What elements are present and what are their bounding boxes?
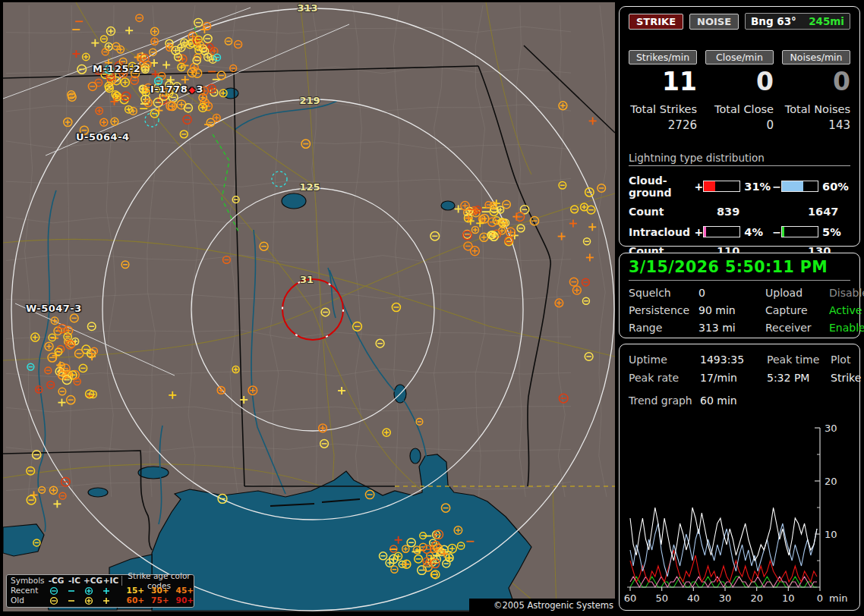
cloud-ground-row: Cloud-ground + 31% − 60% (629, 174, 850, 199)
close-meter: Close/min 0 Total Close 0 (705, 50, 774, 132)
noises-meter: Noises/min 0 Total Noises 143 (782, 50, 850, 132)
svg-text:30: 30 (719, 592, 732, 602)
status-grid: Squelch 0 Upload Disabled Persistence 90… (629, 287, 850, 334)
rate-meters: Strikes/min 11 Total Strikes 2726 Close/… (629, 50, 850, 132)
map-legend: Symbols -CG -IC +CG +IC Strike age color… (6, 574, 194, 608)
age-45: 45+ (169, 586, 194, 596)
noises-per-min-chip: Noises/min (782, 50, 850, 64)
neg-cg-bar (781, 181, 818, 192)
intracloud-label: Intracloud (629, 226, 695, 238)
legend-header-row: Symbols -CG -IC +CG +IC Strike age color… (11, 576, 194, 586)
noise-mode-button[interactable]: NOISE (689, 14, 739, 30)
plus-icon (98, 596, 115, 605)
legend-col-ncg: -CG (47, 576, 65, 586)
svg-text:0: 0 (817, 592, 823, 602)
total-noises-label: Total Noises (782, 103, 850, 115)
total-strikes-label: Total Strikes (629, 103, 697, 115)
pos-cg-count: 839 (717, 206, 808, 218)
lightning-map[interactable]: 31321912531 M-125-2I-1778◆3U-5064-4W-504… (3, 2, 615, 611)
svg-text:313: 313 (297, 2, 317, 14)
peak-time-header: Peak time (767, 354, 831, 366)
svg-text:31: 31 (300, 274, 314, 285)
total-close-value: 0 (705, 118, 774, 132)
plot-header: Plot (831, 354, 861, 366)
plus-sign: + (695, 181, 704, 193)
circle-plus-icon (80, 596, 98, 605)
total-noises-value: 143 (782, 118, 850, 132)
pos-ic-pct: 4% (744, 226, 772, 238)
pos-cg-pct: 31% (744, 181, 772, 193)
legend-symbols-header: Symbols (11, 576, 47, 586)
trend-graph-label: Trend graph (629, 394, 700, 407)
trend-panel: Uptime 1493:35 Peak time Plot Peak rate … (619, 344, 860, 611)
pos-ic-bar (703, 226, 740, 237)
capture-status: Active (829, 304, 864, 316)
legend-old-label: Old (11, 596, 46, 605)
count-label: Count (629, 206, 717, 218)
date-time: 3/15/2026 5:50:11 PM (629, 258, 850, 276)
circle-minus-icon (46, 596, 63, 605)
svg-text:219: 219 (299, 95, 320, 106)
bearing-value: Bng 63° (751, 15, 796, 27)
persistence-value: 90 min (698, 304, 765, 316)
minus-sign: − (772, 226, 781, 238)
age-75: 75+ (144, 596, 169, 605)
stats-panel: STRIKE NOISE Bng 63° 245mi Strikes/min 1… (619, 6, 860, 247)
peak-time-value: 5:32 PM (767, 372, 831, 384)
trend-graph-row: Trend graph 60 min (629, 394, 850, 407)
squelch-value: 0 (698, 287, 765, 299)
minus-icon (63, 586, 80, 596)
legend-col-nic: -IC (65, 576, 84, 586)
uptime-grid: Uptime 1493:35 Peak time Plot Peak rate … (629, 354, 850, 384)
upload-status: Disabled (829, 287, 864, 299)
trend-graph-window: 60 min (700, 394, 737, 407)
bearing-distance: 245mi (809, 15, 844, 27)
plus-icon (98, 586, 115, 596)
neg-ic-bar (781, 226, 818, 237)
divider (629, 280, 850, 281)
minus-icon (63, 596, 80, 605)
distribution-title: Lightning type distribution (629, 152, 850, 166)
range-label: Range (629, 322, 698, 334)
noises-per-min-value: 0 (782, 68, 850, 96)
legend-recent-row: Recent 15+ 30+ 45+ (11, 586, 194, 596)
peak-rate-value: 17/min (700, 372, 767, 384)
svg-text:min: min (829, 592, 848, 602)
uptime-value: 1493:35 (700, 354, 767, 366)
svg-text:20: 20 (750, 592, 763, 602)
bearing-indicator: Bng 63° 245mi (745, 13, 850, 30)
circle-plus-icon (80, 586, 98, 596)
nexstorm-app: { "window": {"copyright": "©2005 Astroge… (0, 0, 864, 616)
receiver-label: Receiver (765, 322, 829, 334)
legend-old-row: Old 60+ 75+ 90+ (11, 596, 194, 605)
persistence-label: Persistence (629, 304, 698, 316)
strikes-per-min-chip: Strikes/min (629, 50, 697, 64)
age-60: 60+ (120, 596, 144, 605)
squelch-label: Squelch (629, 287, 698, 299)
total-strikes-value: 2726 (629, 118, 697, 132)
map-canvas: 31321912531 (3, 2, 615, 611)
strikes-meter: Strikes/min 11 Total Strikes 2726 (629, 50, 697, 132)
minus-sign: − (772, 181, 781, 193)
clock-status-panel: 3/15/2026 5:50:11 PM Squelch 0 Upload Di… (619, 253, 860, 338)
series-neg-cg-rate (630, 523, 817, 577)
cloud-ground-label: Cloud-ground (629, 174, 695, 199)
pos-cg-bar (703, 181, 740, 192)
trend-graph: 1020306050403020100min (624, 408, 855, 602)
legend-recent-label: Recent (11, 586, 46, 596)
close-per-min-chip: Close/min (705, 50, 774, 64)
legend-spacer (117, 596, 118, 605)
circle-minus-icon (46, 586, 63, 596)
svg-text:125: 125 (299, 181, 320, 193)
range-value: 313 mi (698, 322, 765, 334)
plot-value: Strike (831, 372, 861, 384)
strike-mode-button[interactable]: STRIKE (629, 14, 683, 30)
legend-spacer (117, 586, 118, 596)
age-90: 90+ (169, 596, 194, 605)
svg-text:50: 50 (655, 592, 668, 602)
neg-cg-count: 1647 (808, 206, 838, 218)
legend-divider (121, 576, 122, 586)
legend-col-pcg: +CG (84, 576, 102, 586)
neg-cg-pct: 60% (822, 181, 850, 193)
neg-ic-pct: 5% (822, 226, 850, 238)
